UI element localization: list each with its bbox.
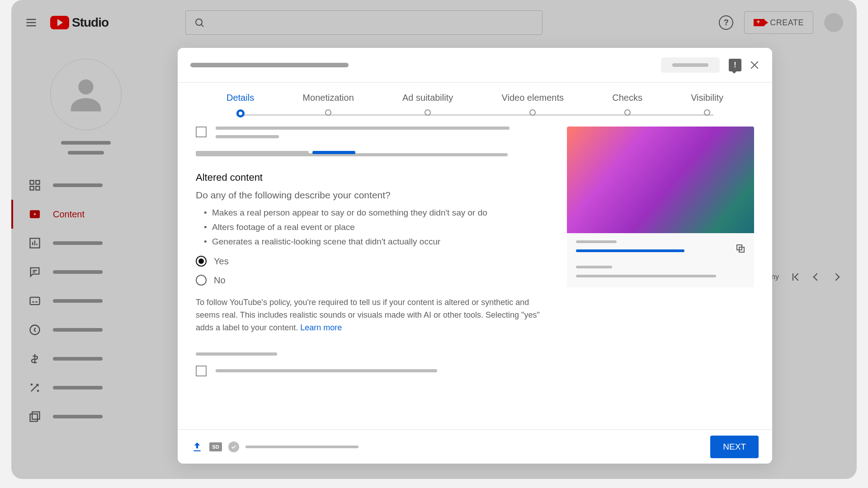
upload-status-placeholder <box>245 446 359 448</box>
upload-stepper: Details Monetization Ad suitability Vide… <box>178 83 772 117</box>
save-draft-chip[interactable] <box>661 57 720 73</box>
modal-header: ! <box>178 48 772 82</box>
radio-no[interactable]: No <box>196 275 540 286</box>
checkbox-icon[interactable] <box>196 366 207 376</box>
altered-content-title: Altered content <box>196 172 540 183</box>
step-ad-suitability[interactable]: Ad suitability <box>402 93 453 116</box>
step-visibility[interactable]: Visibility <box>691 93 723 116</box>
text-placeholder <box>216 369 437 372</box>
checkbox-icon[interactable] <box>196 127 207 137</box>
video-link-label-placeholder <box>576 240 617 243</box>
step-checks[interactable]: Checks <box>612 93 642 116</box>
checkbox-row[interactable] <box>196 366 540 376</box>
step-details[interactable]: Details <box>226 93 254 117</box>
sd-badge-icon: SD <box>209 442 222 451</box>
text-placeholder <box>216 135 279 138</box>
check-circle-icon <box>228 441 239 452</box>
learn-more-link[interactable]: Learn more <box>300 323 342 332</box>
altered-content-bullets: Makes a real person appear to say or do … <box>196 208 540 247</box>
radio-icon <box>196 256 207 267</box>
policy-text: To follow YouTube's policy, you're requi… <box>196 296 540 334</box>
upload-status-icon <box>191 441 203 453</box>
filename-label-placeholder <box>576 266 612 268</box>
text-placeholder <box>216 127 509 130</box>
video-link-placeholder[interactable] <box>576 249 684 252</box>
paid-promotion-row[interactable] <box>196 127 540 138</box>
upload-details-modal: ! Details Monetization Ad suitability Vi… <box>178 48 772 464</box>
copy-icon[interactable] <box>735 243 746 254</box>
preview-panel <box>567 127 754 429</box>
filename-placeholder <box>576 275 716 277</box>
altered-content-question: Do any of the following describe your co… <box>196 190 540 201</box>
svg-rect-28 <box>193 450 200 451</box>
feedback-icon[interactable]: ! <box>729 59 741 71</box>
close-icon[interactable] <box>750 60 760 70</box>
details-form-left: Altered content Do any of the following … <box>196 127 540 429</box>
radio-icon <box>196 275 207 286</box>
step-monetization[interactable]: Monetization <box>302 93 354 116</box>
video-thumbnail[interactable] <box>567 127 754 233</box>
video-title-placeholder <box>190 63 349 67</box>
step-video-elements[interactable]: Video elements <box>501 93 564 116</box>
section-header-placeholder <box>196 352 277 356</box>
next-button[interactable]: NEXT <box>710 436 759 458</box>
modal-footer: SD NEXT <box>178 429 772 464</box>
radio-yes[interactable]: Yes <box>196 256 540 267</box>
